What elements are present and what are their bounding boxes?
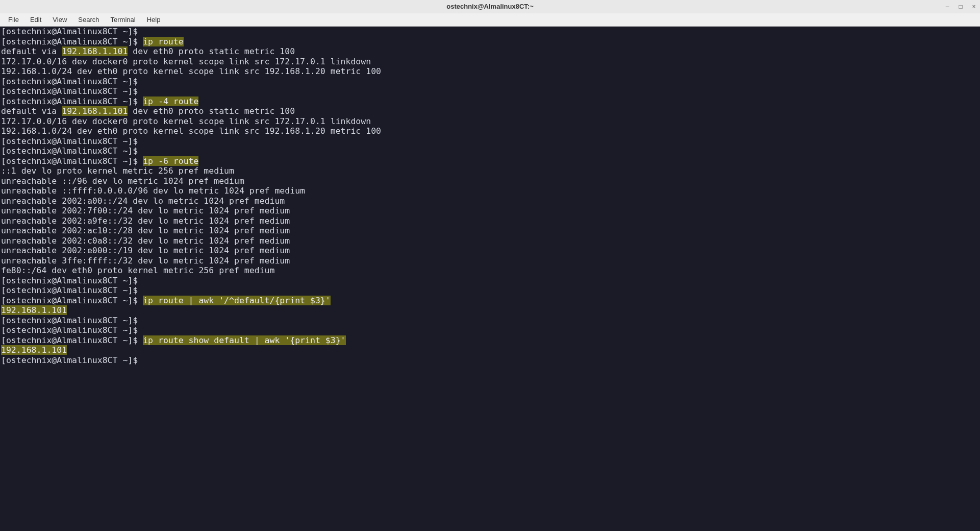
gateway-ip: 192.168.1.101 [62,46,128,56]
terminal-output[interactable]: [ostechnix@Almalinux8CT ~]$ [ostechnix@A… [0,27,980,531]
output-text: unreachable 2002:ac10::/28 dev lo metric… [1,226,979,236]
output-text: unreachable ::ffff:0.0.0.0/96 dev lo met… [1,186,979,196]
output-text: unreachable 2002:a00::/24 dev lo metric … [1,196,979,206]
command-input: ip -4 route [143,96,198,106]
output-text: dev eth0 proto static metric 100 [128,106,295,116]
prompt: [ostechnix@Almalinux8CT ~]$ [1,355,143,365]
prompt: [ostechnix@Almalinux8CT ~]$ [1,296,143,305]
prompt: [ostechnix@Almalinux8CT ~]$ [1,285,143,295]
output-result: 192.168.1.101 [1,345,67,355]
prompt: [ostechnix@Almalinux8CT ~]$ [1,156,143,166]
prompt: [ostechnix@Almalinux8CT ~]$ [1,96,143,106]
prompt: [ostechnix@Almalinux8CT ~]$ [1,136,143,146]
output-text: 172.17.0.0/16 dev docker0 proto kernel s… [1,57,979,67]
prompt: [ostechnix@Almalinux8CT ~]$ [1,325,143,335]
output-result: 192.168.1.101 [1,305,67,315]
menu-terminal[interactable]: Terminal [106,14,141,25]
output-text: 172.17.0.0/16 dev docker0 proto kernel s… [1,116,979,127]
output-text: 192.168.1.0/24 dev eth0 proto kernel sco… [1,66,979,77]
output-text: unreachable 2002:7f00::/24 dev lo metric… [1,206,979,216]
prompt: [ostechnix@Almalinux8CT ~]$ [1,37,143,46]
prompt: [ostechnix@Almalinux8CT ~]$ [1,276,143,285]
menu-view[interactable]: View [47,14,72,25]
command-input: ip route show default | awk '{print $3}' [143,335,345,345]
prompt: [ostechnix@Almalinux8CT ~]$ [1,146,143,156]
prompt: [ostechnix@Almalinux8CT ~]$ [1,86,143,96]
output-text: ::1 dev lo proto kernel metric 256 pref … [1,166,979,176]
gateway-ip: 192.168.1.101 [62,106,128,116]
minimize-button[interactable]: – [944,4,950,10]
menu-help[interactable]: Help [142,14,166,25]
close-button[interactable]: × [971,4,977,10]
output-text: unreachable 3ffe:ffff::/32 dev lo metric… [1,256,979,266]
prompt: [ostechnix@Almalinux8CT ~]$ [1,27,143,36]
window-title: ostechnix@Almalinux8CT:~ [446,3,534,10]
output-text: unreachable 2002:e000::/19 dev lo metric… [1,246,979,256]
menubar: File Edit View Search Terminal Help [0,13,980,27]
output-text: fe80::/64 dev eth0 proto kernel metric 2… [1,266,979,276]
prompt: [ostechnix@Almalinux8CT ~]$ [1,316,143,325]
maximize-button[interactable]: □ [958,4,964,10]
command-input: ip -6 route [143,156,198,166]
output-text: unreachable 2002:c0a8::/32 dev lo metric… [1,236,979,246]
output-text: unreachable 2002:a9fe::/32 dev lo metric… [1,216,979,226]
window-controls: – □ × [944,4,977,10]
window-titlebar: ostechnix@Almalinux8CT:~ – □ × [0,0,980,13]
prompt: [ostechnix@Almalinux8CT ~]$ [1,77,143,86]
command-input: ip route [143,37,183,46]
menu-file[interactable]: File [3,14,24,25]
output-text: default via [1,106,62,116]
output-text: unreachable ::/96 dev lo metric 1024 pre… [1,176,979,186]
output-text: default via [1,46,62,56]
output-text: dev eth0 proto static metric 100 [128,46,295,56]
command-input: ip route | awk '/^default/{print $3}' [143,296,331,305]
menu-edit[interactable]: Edit [25,14,46,25]
output-text: 192.168.1.0/24 dev eth0 proto kernel sco… [1,126,979,136]
menu-search[interactable]: Search [73,14,104,25]
prompt: [ostechnix@Almalinux8CT ~]$ [1,335,143,345]
